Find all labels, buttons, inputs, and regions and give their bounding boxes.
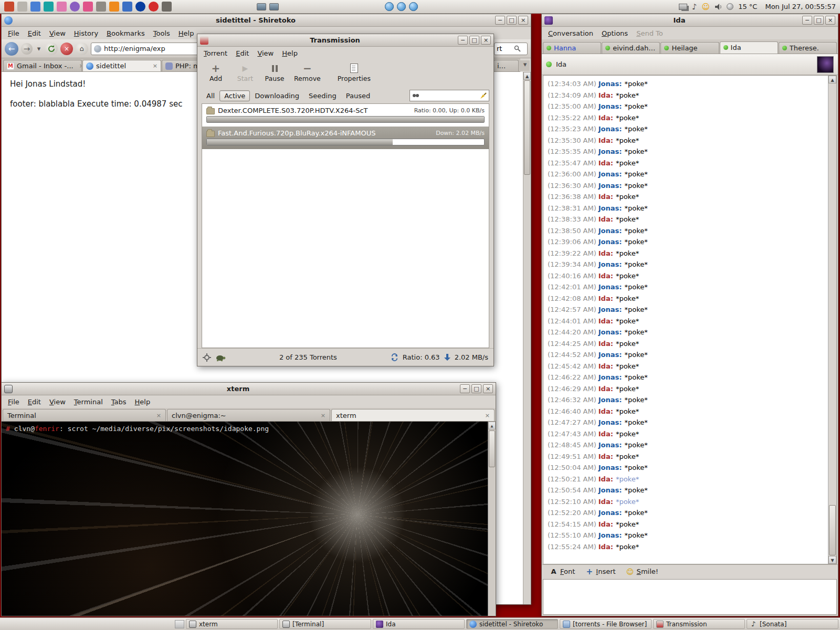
menu-item[interactable]: Torrent xyxy=(200,48,232,59)
taskbar-item[interactable]: [torrents - File Browser] xyxy=(560,619,652,629)
taskbar-item[interactable]: xterm xyxy=(186,619,278,629)
temperature[interactable]: 15 °C xyxy=(738,3,757,10)
taskbar-item[interactable]: Ida xyxy=(373,619,465,629)
menu-item[interactable]: File xyxy=(4,28,24,39)
filter-button[interactable]: Active xyxy=(219,90,250,101)
launcher-icon[interactable] xyxy=(4,2,14,12)
taskbar-item[interactable]: sidetittel - Shiretoko xyxy=(466,619,558,629)
close-button[interactable] xyxy=(483,384,493,393)
terminal-tab[interactable]: Terminal xyxy=(3,409,166,421)
format-tool-button[interactable]: Insert xyxy=(581,566,620,578)
search-box[interactable] xyxy=(494,43,528,55)
history-dropdown-icon[interactable]: ▾ xyxy=(35,45,43,52)
volume-icon[interactable] xyxy=(715,2,722,12)
conversation-tab[interactable]: Heilage xyxy=(660,42,719,54)
toolbar-button[interactable]: Pause xyxy=(260,61,289,83)
menu-item[interactable]: Options xyxy=(597,28,632,39)
minimize-button[interactable] xyxy=(495,16,505,25)
conversation-tab[interactable]: eivind.dahl... xyxy=(602,42,660,54)
tab-close-icon[interactable] xyxy=(482,412,490,419)
terminal-screen[interactable]: #clvn@fenrir: scrot ~/media/diverse/pix/… xyxy=(2,422,496,616)
menu-item[interactable]: Help xyxy=(131,396,155,407)
smiley-icon[interactable]: ☺ xyxy=(702,2,710,12)
taskbar-item[interactable]: [Sonata] xyxy=(747,619,838,629)
toolbar-button[interactable]: Add xyxy=(202,61,230,83)
music-note-icon[interactable]: ♪ xyxy=(692,2,697,12)
menu-item[interactable]: Help xyxy=(278,48,302,59)
tab-close-icon[interactable] xyxy=(153,412,161,419)
format-tool-button[interactable]: Smile! xyxy=(622,566,663,577)
network-icon[interactable] xyxy=(679,4,687,10)
torrent-row[interactable]: Dexter.COMPLETE.S03.720P.HDTV.X264-ScT R… xyxy=(202,104,489,127)
search-input[interactable] xyxy=(497,45,512,52)
tab-close-icon[interactable] xyxy=(150,62,158,69)
torrent-search-field[interactable] xyxy=(410,90,489,101)
menu-item[interactable]: Edit xyxy=(24,28,45,39)
display-icon[interactable] xyxy=(257,3,266,10)
home-button[interactable]: ⌂ xyxy=(76,43,88,55)
minimize-button[interactable] xyxy=(802,16,812,25)
pidgin-titlebar[interactable]: Ida xyxy=(542,14,838,27)
launcher-icon[interactable] xyxy=(57,2,67,12)
close-button[interactable] xyxy=(825,16,835,25)
reload-button[interactable] xyxy=(45,43,58,55)
browser-tab[interactable]: Gmail - Inbox -... xyxy=(3,60,82,71)
clear-filter-icon[interactable] xyxy=(480,92,487,99)
conversation-tab[interactable]: Therese. xyxy=(779,42,837,54)
torrent-row[interactable]: Fast.And.Furious.720p.BluRay.x264-iNFAMO… xyxy=(202,127,489,149)
tab-close-icon[interactable] xyxy=(76,62,82,69)
filter-button[interactable]: Paused xyxy=(341,90,375,101)
back-button[interactable]: ← xyxy=(5,42,18,56)
maximize-button[interactable] xyxy=(814,16,824,25)
torrent-search-input[interactable] xyxy=(422,92,478,99)
toolbar-button[interactable]: Remove xyxy=(290,61,325,83)
transmission-titlebar[interactable]: Transmission xyxy=(197,34,494,47)
scroll-up-icon[interactable]: ▲ xyxy=(523,72,531,80)
scrollbar-thumb[interactable] xyxy=(524,80,530,175)
maximize-button[interactable] xyxy=(507,16,517,25)
menu-item[interactable]: Tabs xyxy=(107,396,131,407)
conversation-tab[interactable]: Ida xyxy=(720,41,778,54)
filter-button[interactable]: Downloading xyxy=(250,90,304,101)
scrollbar-thumb[interactable] xyxy=(489,430,495,467)
scroll-up-icon[interactable]: ▲ xyxy=(488,422,496,429)
menu-item[interactable]: Send To xyxy=(632,28,667,39)
toolbar-button[interactable]: Properties xyxy=(333,61,375,83)
options-gear-icon[interactable] xyxy=(203,353,211,362)
message-input[interactable] xyxy=(543,579,837,615)
format-tool-button[interactable]: Font xyxy=(545,566,580,576)
menu-item[interactable]: File xyxy=(4,396,24,407)
launcher-icon[interactable] xyxy=(149,2,159,12)
clock[interactable]: Mon Jul 27, 00:55:57 xyxy=(765,3,836,10)
launcher-icon[interactable] xyxy=(109,2,119,12)
menu-item[interactable]: Bookmarks xyxy=(102,28,149,39)
close-button[interactable] xyxy=(481,36,491,45)
weather-icon[interactable] xyxy=(727,3,733,10)
filter-button[interactable]: Seeding xyxy=(304,90,341,101)
launcher-icon[interactable] xyxy=(17,2,27,12)
launcher-icon[interactable] xyxy=(44,2,54,12)
scroll-down-icon[interactable]: ▼ xyxy=(828,556,836,564)
terminal-scrollbar[interactable]: ▲ xyxy=(488,422,496,616)
launcher-icon[interactable] xyxy=(122,2,132,12)
panel-corner-icon[interactable] xyxy=(175,620,184,628)
globe-icon[interactable] xyxy=(397,2,406,11)
maximize-button[interactable] xyxy=(469,36,479,45)
menu-item[interactable]: Help xyxy=(174,28,198,39)
menu-item[interactable]: Tools xyxy=(149,28,174,39)
forward-button[interactable]: → xyxy=(21,43,33,55)
launcher-icon[interactable] xyxy=(30,2,40,12)
launcher-icon[interactable] xyxy=(135,2,145,12)
firefox-titlebar[interactable]: sidetittel - Shiretoko xyxy=(2,14,531,27)
tab-list-dropdown-icon[interactable]: ▾ xyxy=(520,60,530,71)
menu-item[interactable]: Edit xyxy=(232,48,253,59)
launcher-icon[interactable] xyxy=(96,2,106,12)
menu-item[interactable]: Terminal xyxy=(70,396,107,407)
launcher-icon[interactable] xyxy=(83,2,93,12)
tab-close-icon[interactable] xyxy=(318,412,326,419)
menu-item[interactable]: Edit xyxy=(24,396,45,407)
close-button[interactable] xyxy=(518,16,528,25)
menu-item[interactable]: Conversation xyxy=(544,28,597,39)
terminal-tab[interactable]: clvn@enigma:~ xyxy=(167,409,330,421)
chat-scrollbar[interactable]: ▲ ▼ xyxy=(828,76,836,564)
